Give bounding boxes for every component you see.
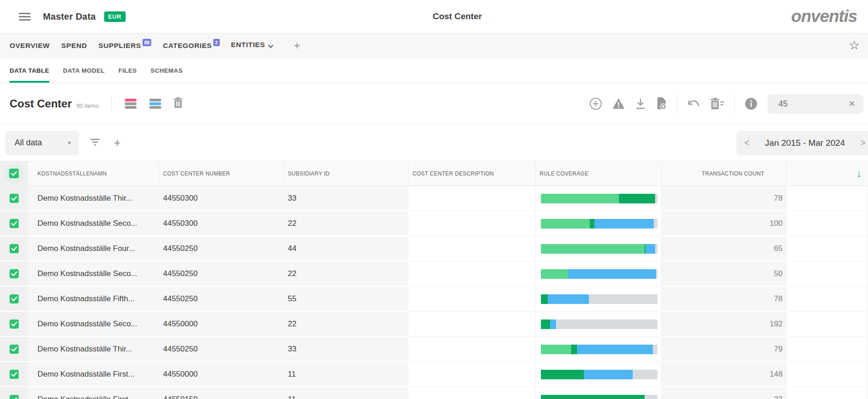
cell-name[interactable]: Demo Kostnadsställe Fifth... — [28, 287, 159, 312]
menu-icon[interactable] — [19, 11, 31, 22]
cell-description[interactable] — [408, 387, 536, 399]
nav-item-suppliers[interactable]: SUPPLIERS88 — [98, 42, 151, 50]
undo-icon[interactable] — [688, 98, 700, 109]
cell-number[interactable]: 44550000 — [159, 362, 284, 387]
column-header-coverage[interactable]: RULE COVERAGE — [536, 161, 662, 186]
column-header-name[interactable]: KOSTNADSSTÄLLENAMN — [28, 161, 159, 186]
cell-subsidiary[interactable]: 22 — [284, 312, 408, 337]
cell-number[interactable]: 44550000 — [159, 312, 284, 337]
nav-item-categories[interactable]: CATEGORIES2 — [163, 42, 219, 50]
cell-subsidiary[interactable]: 33 — [284, 337, 408, 362]
cell-description[interactable] — [408, 261, 536, 287]
cell-name[interactable]: Demo Kostnadsställe First... — [28, 387, 159, 399]
cell-number[interactable]: 44550300 — [159, 186, 284, 211]
cell-subsidiary[interactable]: 44 — [284, 236, 408, 261]
add-filter-button[interactable]: + — [114, 136, 121, 150]
column-header-count[interactable]: TRANSACTION COUNT — [662, 161, 787, 186]
cell-number[interactable]: 44550250 — [159, 337, 284, 362]
nav-item-entities[interactable]: ENTITIES — [231, 41, 274, 50]
data-preset-dropdown[interactable]: All data ▾ — [5, 131, 79, 155]
row-checkbox[interactable] — [10, 395, 19, 399]
cell-number[interactable]: 44550250 — [159, 236, 284, 261]
add-tab-button[interactable]: + — [294, 39, 300, 52]
cell-number[interactable]: 44550300 — [159, 211, 284, 236]
cell-description[interactable] — [408, 236, 536, 261]
cell-description[interactable] — [408, 312, 536, 337]
cell-number[interactable]: 44550250 — [159, 261, 284, 287]
nav-item-label: CATEGORIES — [163, 42, 212, 50]
coverage-segment-darkgreen — [541, 319, 550, 329]
prev-period-icon[interactable]: < — [736, 138, 757, 148]
cell-subsidiary[interactable]: 22 — [284, 261, 408, 287]
column-header-subsidiary[interactable]: SUBSIDIARY ID — [284, 161, 408, 186]
row-checkbox-cell — [0, 236, 28, 261]
cell-subsidiary[interactable]: 22 — [284, 211, 408, 236]
database-pink-icon[interactable] — [125, 99, 137, 109]
subtab-schemas[interactable]: SCHEMAS — [151, 58, 183, 83]
date-range-picker[interactable]: < Jan 2015 - Mar 2024 > — [736, 131, 868, 155]
clear-search-icon[interactable]: ✕ — [848, 99, 855, 109]
next-period-icon[interactable]: > — [852, 138, 868, 148]
coverage-segment-gray — [645, 395, 657, 399]
cell-extra — [787, 236, 868, 261]
filter-icon[interactable] — [90, 138, 100, 148]
rule-coverage-bar — [541, 345, 657, 354]
coverage-segment-blue — [584, 370, 633, 379]
cell-extra — [787, 186, 868, 211]
cell-subsidiary[interactable]: 11 — [284, 362, 408, 387]
row-checkbox[interactable] — [10, 269, 19, 278]
cell-description[interactable] — [408, 287, 536, 312]
cell-subsidiary[interactable]: 33 — [284, 186, 408, 211]
row-checkbox[interactable] — [10, 345, 19, 354]
rule-coverage-bar — [541, 244, 657, 254]
row-checkbox[interactable] — [10, 219, 19, 228]
table-row: Demo Kostnadsställe Seco... 44550300 22 … — [0, 211, 868, 236]
subtab-data-model[interactable]: DATA MODEL — [63, 58, 105, 83]
nav-item-spend[interactable]: SPEND — [61, 42, 87, 50]
search-input[interactable] — [778, 99, 842, 109]
cell-name[interactable]: Demo Kostnadsställe First... — [28, 362, 159, 387]
select-all-checkbox[interactable] — [4, 164, 24, 184]
row-checkbox[interactable] — [10, 294, 19, 303]
chevron-down-icon — [268, 42, 274, 50]
cell-description[interactable] — [408, 186, 536, 211]
column-header-number[interactable]: COST CENTER NUMBER — [159, 161, 284, 186]
subtab-files[interactable]: FILES — [118, 58, 137, 83]
cell-extra — [787, 337, 868, 362]
cell-name[interactable]: Demo Kostnadsställe Seco... — [28, 211, 159, 236]
cell-name[interactable]: Demo Kostnadsställe Seco... — [28, 261, 159, 287]
subtab-data-table[interactable]: DATA TABLE — [10, 58, 49, 83]
cell-name[interactable]: Demo Kostnadsställe Four... — [28, 236, 159, 261]
nav-item-overview[interactable]: OVERVIEW — [10, 42, 50, 50]
nav-item-label: SPEND — [61, 42, 87, 50]
table-row: Demo Kostnadsställe Thir... 44550250 33 … — [0, 337, 868, 362]
add-row-icon[interactable] — [589, 97, 602, 110]
info-icon[interactable] — [745, 97, 757, 110]
delete-rows-icon[interactable] — [710, 98, 724, 110]
warning-icon[interactable] — [612, 98, 625, 110]
cell-subsidiary[interactable]: 55 — [284, 287, 408, 312]
cell-number[interactable]: 44550150 — [159, 387, 284, 399]
row-checkbox[interactable] — [10, 194, 19, 203]
cell-description[interactable] — [408, 211, 536, 236]
row-checkbox[interactable] — [10, 319, 19, 329]
cell-description[interactable] — [408, 337, 536, 362]
delete-dataset-icon[interactable] — [173, 97, 183, 110]
cell-number[interactable]: 44550250 — [159, 287, 284, 312]
cell-name[interactable]: Demo Kostnadsställe Seco... — [28, 312, 159, 337]
cell-name[interactable]: Demo Kostnadsställe Thir... — [28, 186, 159, 211]
row-checkbox[interactable] — [10, 244, 19, 253]
header-checkbox-cell — [0, 161, 28, 186]
cell-name[interactable]: Demo Kostnadsställe Thir... — [28, 337, 159, 362]
sort-descending-icon[interactable]: ↓ — [857, 168, 862, 180]
main-navigation: OVERVIEWSPENDSUPPLIERS88CATEGORIES2ENTIT… — [0, 33, 868, 58]
favorite-star-icon[interactable]: ☆ — [849, 39, 860, 52]
search-box[interactable]: ✕ — [767, 94, 863, 114]
cell-subsidiary[interactable]: 11 — [284, 387, 408, 399]
column-header-description[interactable]: COST CENTER DESCRIPTION — [408, 161, 536, 186]
file-add-icon[interactable] — [656, 97, 667, 110]
download-icon[interactable] — [635, 98, 646, 110]
row-checkbox[interactable] — [10, 370, 19, 379]
cell-description[interactable] — [408, 362, 536, 387]
database-blue-icon[interactable] — [149, 99, 161, 109]
